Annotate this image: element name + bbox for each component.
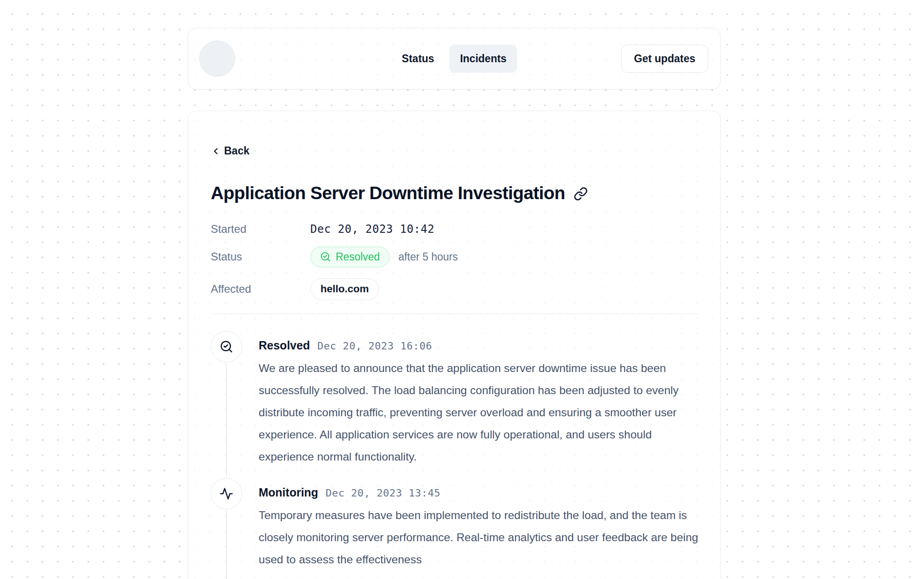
search-check-icon bbox=[219, 340, 233, 354]
status-badge-label: Resolved bbox=[336, 251, 380, 263]
chevron-left-icon bbox=[211, 146, 221, 156]
timeline-item-monitoring: Monitoring Dec 20, 2023 13:45 Temporary … bbox=[211, 478, 699, 571]
timeline-entry-title: Monitoring bbox=[259, 486, 318, 499]
timeline-entry-timestamp: Dec 20, 2023 13:45 bbox=[326, 487, 440, 499]
affected-label: Affected bbox=[211, 283, 310, 295]
nav-tabs: Status Incidents bbox=[391, 45, 517, 73]
timeline-entry-timestamp: Dec 20, 2023 16:06 bbox=[317, 340, 432, 352]
timeline-node bbox=[211, 331, 242, 362]
incident-timeline: Resolved Dec 20, 2023 16:06 We are pleas… bbox=[211, 331, 699, 571]
activity-icon bbox=[219, 487, 233, 501]
back-label: Back bbox=[224, 145, 249, 157]
nav-tab-status[interactable]: Status bbox=[391, 45, 444, 73]
started-label: Started bbox=[211, 223, 310, 236]
get-updates-button[interactable]: Get updates bbox=[621, 45, 708, 73]
started-value: Dec 20, 2023 10:42 bbox=[310, 223, 434, 236]
link-chain-icon[interactable] bbox=[574, 187, 588, 201]
back-link[interactable]: Back bbox=[211, 145, 249, 157]
incident-detail-card: Back Application Server Downtime Investi… bbox=[188, 111, 721, 579]
status-badge: Resolved bbox=[310, 247, 390, 267]
page-title: Application Server Downtime Investigatio… bbox=[211, 183, 565, 203]
site-logo[interactable] bbox=[199, 41, 235, 77]
timeline-item-resolved: Resolved Dec 20, 2023 16:06 We are pleas… bbox=[211, 331, 699, 478]
nav-tab-incidents[interactable]: Incidents bbox=[450, 45, 517, 73]
status-label: Status bbox=[211, 250, 310, 263]
affected-component-pill: hello.com bbox=[310, 278, 379, 300]
incident-meta: Started Dec 20, 2023 10:42 Status Resolv… bbox=[211, 223, 699, 300]
timeline-node bbox=[211, 478, 242, 509]
status-duration-text: after 5 hours bbox=[398, 251, 458, 263]
search-check-icon bbox=[320, 251, 331, 262]
timeline-entry-body: Temporary measures have been implemented… bbox=[259, 504, 699, 571]
divider bbox=[211, 313, 699, 314]
top-nav-bar: Status Incidents Get updates bbox=[188, 28, 721, 89]
title-row: Application Server Downtime Investigatio… bbox=[211, 183, 699, 203]
timeline-entry-title: Resolved bbox=[259, 339, 310, 352]
timeline-entry-body: We are pleased to announce that the appl… bbox=[259, 357, 699, 468]
